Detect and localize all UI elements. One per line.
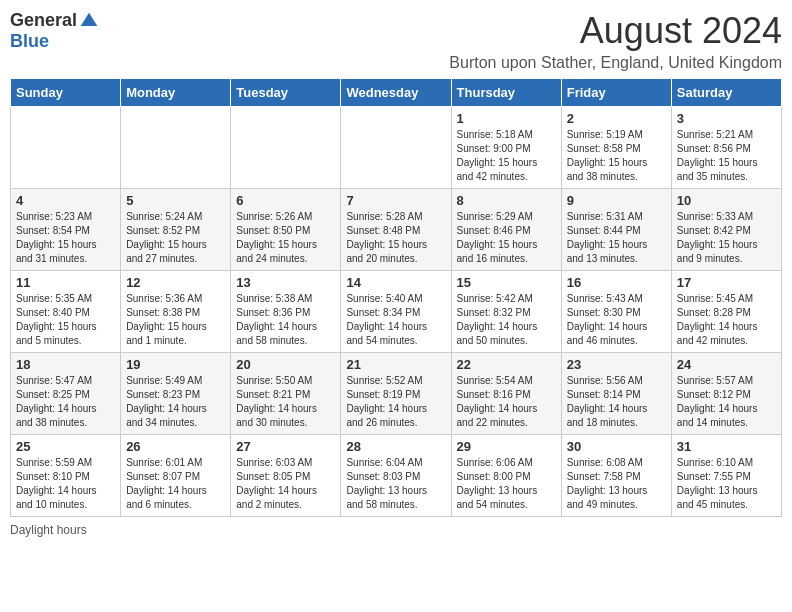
calendar-cell: 14Sunrise: 5:40 AM Sunset: 8:34 PM Dayli… [341,271,451,353]
day-info: Sunrise: 5:19 AM Sunset: 8:58 PM Dayligh… [567,128,666,184]
calendar-cell: 17Sunrise: 5:45 AM Sunset: 8:28 PM Dayli… [671,271,781,353]
day-number: 6 [236,193,335,208]
day-header-wednesday: Wednesday [341,79,451,107]
day-number: 13 [236,275,335,290]
day-number: 25 [16,439,115,454]
day-info: Sunrise: 5:49 AM Sunset: 8:23 PM Dayligh… [126,374,225,430]
day-number: 31 [677,439,776,454]
week-row-1: 1Sunrise: 5:18 AM Sunset: 9:00 PM Daylig… [11,107,782,189]
calendar-cell: 21Sunrise: 5:52 AM Sunset: 8:19 PM Dayli… [341,353,451,435]
day-number: 7 [346,193,445,208]
day-info: Sunrise: 6:01 AM Sunset: 8:07 PM Dayligh… [126,456,225,512]
day-info: Sunrise: 5:38 AM Sunset: 8:36 PM Dayligh… [236,292,335,348]
day-info: Sunrise: 5:23 AM Sunset: 8:54 PM Dayligh… [16,210,115,266]
day-info: Sunrise: 5:47 AM Sunset: 8:25 PM Dayligh… [16,374,115,430]
logo-blue-text: Blue [10,31,49,52]
day-number: 27 [236,439,335,454]
day-number: 24 [677,357,776,372]
day-number: 1 [457,111,556,126]
week-row-2: 4Sunrise: 5:23 AM Sunset: 8:54 PM Daylig… [11,189,782,271]
day-number: 4 [16,193,115,208]
calendar-cell: 7Sunrise: 5:28 AM Sunset: 8:48 PM Daylig… [341,189,451,271]
calendar-cell: 20Sunrise: 5:50 AM Sunset: 8:21 PM Dayli… [231,353,341,435]
day-header-thursday: Thursday [451,79,561,107]
calendar-cell: 6Sunrise: 5:26 AM Sunset: 8:50 PM Daylig… [231,189,341,271]
day-number: 22 [457,357,556,372]
day-info: Sunrise: 5:29 AM Sunset: 8:46 PM Dayligh… [457,210,556,266]
logo-icon [79,11,99,31]
day-info: Sunrise: 6:10 AM Sunset: 7:55 PM Dayligh… [677,456,776,512]
day-number: 21 [346,357,445,372]
day-info: Sunrise: 5:57 AM Sunset: 8:12 PM Dayligh… [677,374,776,430]
day-info: Sunrise: 5:56 AM Sunset: 8:14 PM Dayligh… [567,374,666,430]
day-info: Sunrise: 5:31 AM Sunset: 8:44 PM Dayligh… [567,210,666,266]
calendar-cell: 31Sunrise: 6:10 AM Sunset: 7:55 PM Dayli… [671,435,781,517]
day-info: Sunrise: 5:24 AM Sunset: 8:52 PM Dayligh… [126,210,225,266]
day-number: 8 [457,193,556,208]
day-number: 17 [677,275,776,290]
logo: General Blue [10,10,99,52]
calendar-cell: 13Sunrise: 5:38 AM Sunset: 8:36 PM Dayli… [231,271,341,353]
title-section: August 2024 Burton upon Stather, England… [449,10,782,72]
day-info: Sunrise: 6:04 AM Sunset: 8:03 PM Dayligh… [346,456,445,512]
calendar-cell: 11Sunrise: 5:35 AM Sunset: 8:40 PM Dayli… [11,271,121,353]
day-number: 23 [567,357,666,372]
footer-note: Daylight hours [10,523,782,537]
calendar-cell: 9Sunrise: 5:31 AM Sunset: 8:44 PM Daylig… [561,189,671,271]
calendar-cell: 26Sunrise: 6:01 AM Sunset: 8:07 PM Dayli… [121,435,231,517]
day-number: 14 [346,275,445,290]
calendar-cell: 15Sunrise: 5:42 AM Sunset: 8:32 PM Dayli… [451,271,561,353]
day-info: Sunrise: 5:59 AM Sunset: 8:10 PM Dayligh… [16,456,115,512]
day-info: Sunrise: 6:03 AM Sunset: 8:05 PM Dayligh… [236,456,335,512]
calendar-cell [11,107,121,189]
day-number: 9 [567,193,666,208]
day-number: 29 [457,439,556,454]
calendar-cell: 3Sunrise: 5:21 AM Sunset: 8:56 PM Daylig… [671,107,781,189]
day-info: Sunrise: 5:42 AM Sunset: 8:32 PM Dayligh… [457,292,556,348]
day-info: Sunrise: 5:33 AM Sunset: 8:42 PM Dayligh… [677,210,776,266]
day-info: Sunrise: 5:54 AM Sunset: 8:16 PM Dayligh… [457,374,556,430]
day-number: 19 [126,357,225,372]
header: General Blue August 2024 Burton upon Sta… [10,10,782,72]
calendar-cell: 4Sunrise: 5:23 AM Sunset: 8:54 PM Daylig… [11,189,121,271]
day-info: Sunrise: 5:52 AM Sunset: 8:19 PM Dayligh… [346,374,445,430]
day-number: 16 [567,275,666,290]
location-subtitle: Burton upon Stather, England, United Kin… [449,54,782,72]
day-number: 5 [126,193,225,208]
week-row-3: 11Sunrise: 5:35 AM Sunset: 8:40 PM Dayli… [11,271,782,353]
calendar-cell: 5Sunrise: 5:24 AM Sunset: 8:52 PM Daylig… [121,189,231,271]
day-number: 20 [236,357,335,372]
day-header-tuesday: Tuesday [231,79,341,107]
day-info: Sunrise: 6:08 AM Sunset: 7:58 PM Dayligh… [567,456,666,512]
header-row: SundayMondayTuesdayWednesdayThursdayFrid… [11,79,782,107]
calendar-cell [341,107,451,189]
day-header-saturday: Saturday [671,79,781,107]
day-number: 2 [567,111,666,126]
calendar-cell: 12Sunrise: 5:36 AM Sunset: 8:38 PM Dayli… [121,271,231,353]
calendar-cell: 23Sunrise: 5:56 AM Sunset: 8:14 PM Dayli… [561,353,671,435]
svg-marker-0 [81,12,98,25]
day-number: 11 [16,275,115,290]
day-number: 26 [126,439,225,454]
day-info: Sunrise: 5:40 AM Sunset: 8:34 PM Dayligh… [346,292,445,348]
day-header-friday: Friday [561,79,671,107]
calendar-cell: 2Sunrise: 5:19 AM Sunset: 8:58 PM Daylig… [561,107,671,189]
calendar-cell: 10Sunrise: 5:33 AM Sunset: 8:42 PM Dayli… [671,189,781,271]
day-info: Sunrise: 5:43 AM Sunset: 8:30 PM Dayligh… [567,292,666,348]
day-info: Sunrise: 6:06 AM Sunset: 8:00 PM Dayligh… [457,456,556,512]
calendar-cell: 1Sunrise: 5:18 AM Sunset: 9:00 PM Daylig… [451,107,561,189]
day-number: 10 [677,193,776,208]
calendar-cell: 24Sunrise: 5:57 AM Sunset: 8:12 PM Dayli… [671,353,781,435]
week-row-5: 25Sunrise: 5:59 AM Sunset: 8:10 PM Dayli… [11,435,782,517]
day-number: 18 [16,357,115,372]
day-info: Sunrise: 5:45 AM Sunset: 8:28 PM Dayligh… [677,292,776,348]
day-number: 28 [346,439,445,454]
calendar-cell: 16Sunrise: 5:43 AM Sunset: 8:30 PM Dayli… [561,271,671,353]
day-number: 12 [126,275,225,290]
calendar-cell: 22Sunrise: 5:54 AM Sunset: 8:16 PM Dayli… [451,353,561,435]
calendar-cell: 19Sunrise: 5:49 AM Sunset: 8:23 PM Dayli… [121,353,231,435]
day-number: 15 [457,275,556,290]
day-info: Sunrise: 5:21 AM Sunset: 8:56 PM Dayligh… [677,128,776,184]
day-info: Sunrise: 5:36 AM Sunset: 8:38 PM Dayligh… [126,292,225,348]
calendar-cell: 27Sunrise: 6:03 AM Sunset: 8:05 PM Dayli… [231,435,341,517]
